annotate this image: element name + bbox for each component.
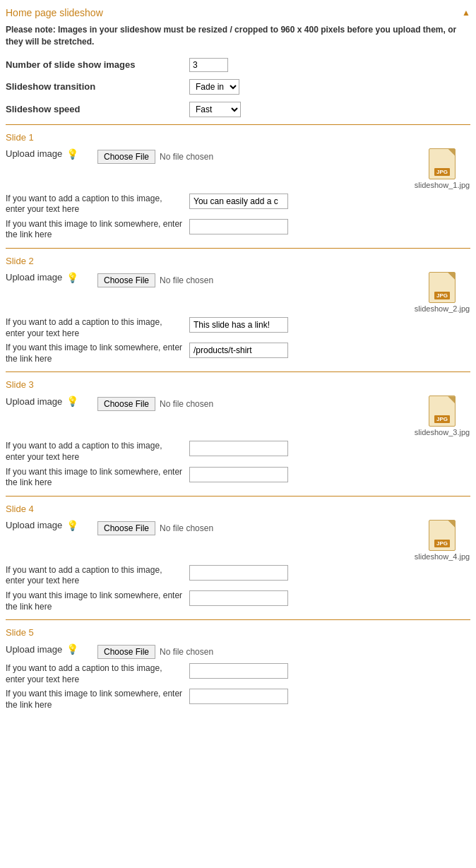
jpg-icon-4: JPG [429, 520, 456, 551]
link-input-1[interactable] [189, 219, 288, 234]
divider-slide-4 [6, 496, 470, 497]
collapse-icon[interactable]: ▲ [462, 8, 470, 18]
page-title: Home page slideshow [6, 7, 103, 18]
speed-control: Fast Medium Slow [189, 102, 241, 117]
upload-row-1: Upload image 💡Choose FileNo file chosen … [6, 148, 470, 189]
jpg-icon-body-1: JPG [429, 148, 456, 179]
upload-text-4: Upload image [6, 520, 62, 530]
file-name-2: slideshow_2.jpg [415, 304, 470, 313]
divider-slide-3 [6, 371, 470, 372]
slide-fields-4: If you want to add a caption to this ima… [6, 565, 470, 612]
link-input-5[interactable] [189, 689, 288, 704]
link-row-1: If you want this image to link somewhere… [6, 219, 470, 241]
choose-file-button-1[interactable]: Choose File [97, 150, 155, 164]
slide-title-2: Slide 2 [6, 256, 470, 266]
jpg-icon-body-2: JPG [429, 272, 456, 303]
file-area-3: Choose FileNo file chosen [97, 396, 414, 411]
link-input-3[interactable] [189, 467, 288, 482]
link-input-2[interactable] [189, 343, 288, 358]
jpg-label-1: JPG [434, 168, 450, 176]
no-file-text-4: No file chosen [160, 523, 213, 533]
slide-fields-1: If you want to add a caption to this ima… [6, 194, 470, 241]
jpg-label-4: JPG [434, 540, 450, 547]
link-label-2: If you want this image to link somewhere… [6, 343, 189, 364]
num-slides-label: Number of slide show images [6, 59, 189, 70]
caption-label-1: If you want to add a caption to this ima… [6, 194, 189, 215]
no-file-text-3: No file chosen [160, 399, 213, 409]
notice-text: Please note: Images in your slideshow mu… [6, 24, 470, 48]
no-file-text-5: No file chosen [160, 647, 213, 657]
jpg-label-3: JPG [434, 415, 450, 423]
upload-row-4: Upload image 💡Choose FileNo file chosen … [6, 520, 470, 561]
upload-row-2: Upload image 💡Choose FileNo file chosen … [6, 272, 470, 313]
caption-label-3: If you want to add a caption to this ima… [6, 441, 189, 463]
page-header: Home page slideshow ▲ [6, 7, 470, 18]
upload-row-5: Upload image 💡Choose FileNo file chosen [6, 643, 470, 659]
file-area-5: Choose FileNo file chosen [97, 643, 414, 659]
caption-label-2: If you want to add a caption to this ima… [6, 317, 189, 339]
caption-row-3: If you want to add a caption to this ima… [6, 441, 470, 463]
choose-file-button-4[interactable]: Choose File [97, 521, 155, 535]
jpg-icon-3: JPG [429, 396, 456, 427]
slide-title-4: Slide 4 [6, 504, 470, 514]
choose-file-button-3[interactable]: Choose File [97, 397, 155, 411]
upload-text-2: Upload image [6, 272, 62, 283]
file-icon-area-4: JPG slideshow_4.jpg [414, 520, 470, 561]
upload-label-1: Upload image 💡 [6, 148, 97, 160]
num-slides-input[interactable] [189, 58, 228, 72]
caption-row-1: If you want to add a caption to this ima… [6, 194, 470, 215]
caption-label-5: If you want to add a caption to this ima… [6, 663, 189, 685]
choose-file-button-5[interactable]: Choose File [97, 645, 155, 659]
bulb-icon-1: 💡 [66, 148, 78, 160]
link-label-3: If you want this image to link somewhere… [6, 467, 189, 489]
caption-input-5[interactable] [189, 663, 288, 679]
slide-section-5: Slide 5Upload image 💡Choose FileNo file … [6, 627, 470, 711]
speed-select[interactable]: Fast Medium Slow [189, 102, 241, 117]
link-label-5: If you want this image to link somewhere… [6, 689, 189, 711]
file-icon-area-1: JPG slideshow_1.jpg [414, 148, 470, 189]
file-name-3: slideshow_3.jpg [415, 428, 470, 436]
file-icon-area-3: JPG slideshow_3.jpg [414, 396, 470, 436]
caption-row-5: If you want to add a caption to this ima… [6, 663, 470, 685]
link-row-4: If you want this image to link somewhere… [6, 590, 470, 612]
transition-label: Slideshow transition [6, 81, 189, 92]
caption-input-2[interactable] [189, 317, 288, 333]
speed-label: Slideshow speed [6, 104, 189, 114]
slides-container: Slide 1Upload image 💡Choose FileNo file … [6, 124, 470, 711]
link-row-3: If you want this image to link somewhere… [6, 467, 470, 489]
link-label-4: If you want this image to link somewhere… [6, 590, 189, 612]
link-row-2: If you want this image to link somewhere… [6, 343, 470, 364]
caption-input-4[interactable] [189, 565, 288, 581]
link-label-1: If you want this image to link somewhere… [6, 219, 189, 241]
slide-section-3: Slide 3Upload image 💡Choose FileNo file … [6, 379, 470, 488]
slide-section-4: Slide 4Upload image 💡Choose FileNo file … [6, 504, 470, 612]
upload-label-5: Upload image 💡 [6, 643, 97, 655]
file-name-4: slideshow_4.jpg [415, 552, 470, 561]
upload-text-5: Upload image [6, 644, 62, 655]
num-slides-control [189, 58, 228, 72]
no-file-text-1: No file chosen [160, 152, 213, 162]
caption-input-1[interactable] [189, 194, 288, 209]
upload-text-3: Upload image [6, 396, 62, 407]
slide-fields-3: If you want to add a caption to this ima… [6, 441, 470, 488]
upload-label-3: Upload image 💡 [6, 396, 97, 407]
upload-label-4: Upload image 💡 [6, 520, 97, 531]
bulb-icon-3: 💡 [66, 396, 78, 407]
choose-file-button-2[interactable]: Choose File [97, 273, 155, 287]
caption-row-2: If you want to add a caption to this ima… [6, 317, 470, 339]
divider-slide-2 [6, 248, 470, 249]
num-slides-row: Number of slide show images [6, 58, 470, 72]
transition-row: Slideshow transition Fade in Slide None [6, 79, 470, 95]
caption-input-3[interactable] [189, 441, 288, 456]
jpg-icon-2: JPG [429, 272, 456, 303]
link-input-4[interactable] [189, 590, 288, 606]
slide-title-1: Slide 1 [6, 132, 470, 143]
file-area-2: Choose FileNo file chosen [97, 272, 414, 287]
jpg-icon-body-4: JPG [429, 520, 456, 551]
jpg-icon-body-3: JPG [429, 396, 456, 427]
slide-fields-2: If you want to add a caption to this ima… [6, 317, 470, 364]
no-file-text-2: No file chosen [160, 275, 213, 285]
transition-select[interactable]: Fade in Slide None [189, 79, 239, 95]
caption-label-4: If you want to add a caption to this ima… [6, 565, 189, 587]
slide-section-1: Slide 1Upload image 💡Choose FileNo file … [6, 132, 470, 241]
